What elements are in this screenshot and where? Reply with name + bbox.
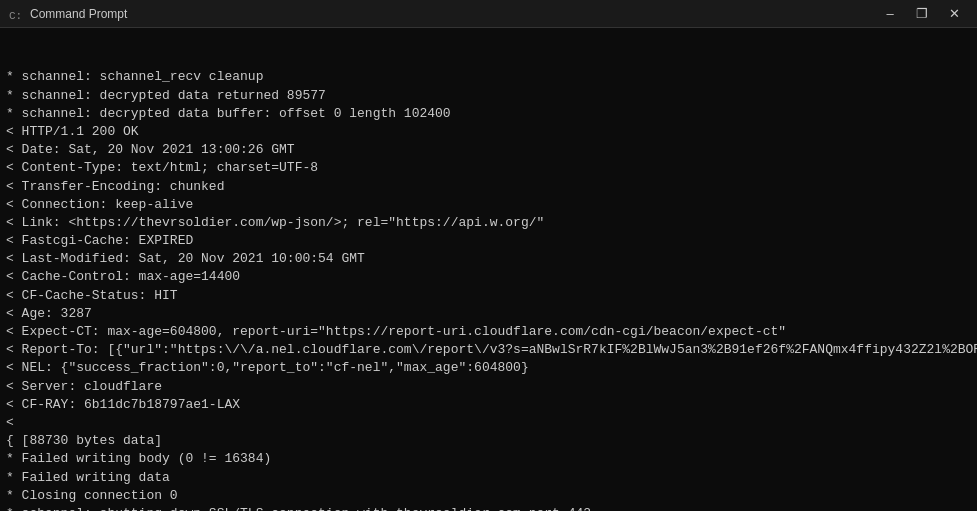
terminal-line: < Server: cloudflare	[6, 378, 971, 396]
window-title: Command Prompt	[30, 7, 127, 21]
title-bar: C: Command Prompt – ❐ ✕	[0, 0, 977, 28]
restore-button[interactable]: ❐	[907, 3, 937, 25]
terminal-line: < Transfer-Encoding: chunked	[6, 178, 971, 196]
terminal-line: < Expect-CT: max-age=604800, report-uri=…	[6, 323, 971, 341]
terminal-line: * schannel: schannel_recv cleanup	[6, 68, 971, 86]
terminal-line: < Last-Modified: Sat, 20 Nov 2021 10:00:…	[6, 250, 971, 268]
terminal-line: < CF-Cache-Status: HIT	[6, 287, 971, 305]
minimize-button[interactable]: –	[875, 3, 905, 25]
title-bar-left: C: Command Prompt	[8, 6, 127, 22]
terminal-line: * schannel: decrypted data buffer: offse…	[6, 105, 971, 123]
terminal-line: < NEL: {"success_fraction":0,"report_to"…	[6, 359, 971, 377]
terminal-line: * Failed writing body (0 != 16384)	[6, 450, 971, 468]
window-controls[interactable]: – ❐ ✕	[875, 3, 969, 25]
close-button[interactable]: ✕	[939, 3, 969, 25]
terminal-line: < Link: <https://thevrsoldier.com/wp-jso…	[6, 214, 971, 232]
terminal-line: { [88730 bytes data]	[6, 432, 971, 450]
terminal-line: <	[6, 414, 971, 432]
terminal-line: < Report-To: [{"url":"https:\/\/a.nel.cl…	[6, 341, 971, 359]
terminal-line: < Age: 3287	[6, 305, 971, 323]
cmd-icon: C:	[8, 6, 24, 22]
terminal-line: < Connection: keep-alive	[6, 196, 971, 214]
terminal-line: * schannel: decrypted data returned 8957…	[6, 87, 971, 105]
terminal-line: * Closing connection 0	[6, 487, 971, 505]
terminal-line: < Date: Sat, 20 Nov 2021 13:00:26 GMT	[6, 141, 971, 159]
terminal-line: < Cache-Control: max-age=14400	[6, 268, 971, 286]
terminal-line: < Content-Type: text/html; charset=UTF-8	[6, 159, 971, 177]
terminal-line: < HTTP/1.1 200 OK	[6, 123, 971, 141]
terminal-line: < Fastcgi-Cache: EXPIRED	[6, 232, 971, 250]
terminal-line: < CF-RAY: 6b11dc7b18797ae1-LAX	[6, 396, 971, 414]
terminal-line: * schannel: shutting down SSL/TLS connec…	[6, 505, 971, 511]
terminal-line: * Failed writing data	[6, 469, 971, 487]
svg-text:C:: C:	[9, 10, 22, 22]
terminal-body[interactable]: * schannel: schannel_recv cleanup* schan…	[0, 28, 977, 511]
